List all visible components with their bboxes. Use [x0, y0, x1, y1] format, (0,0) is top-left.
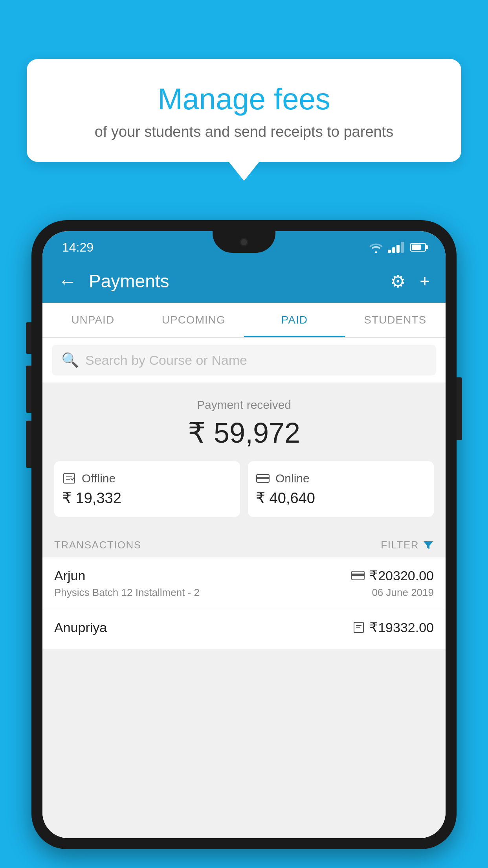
- app-bar-title: Payments: [89, 270, 390, 292]
- search-input-wrapper[interactable]: 🔍 Search by Course or Name: [52, 345, 436, 375]
- speech-bubble-title: Manage fees: [46, 83, 442, 116]
- transaction-course: Physics Batch 12 Installment - 2: [54, 587, 200, 599]
- signal-bars-icon: [388, 242, 404, 253]
- offline-amount: ₹ 19,332: [62, 489, 232, 507]
- table-row[interactable]: Anupriya ₹19332.00: [42, 609, 446, 649]
- phone-button-left2: [26, 366, 31, 413]
- phone-button-left1: [26, 322, 31, 354]
- battery-icon: [410, 243, 426, 252]
- speech-bubble: Manage fees of your students and send re…: [27, 59, 461, 162]
- svg-rect-4: [257, 477, 269, 479]
- content-area: 🔍 Search by Course or Name Payment recei…: [42, 338, 446, 838]
- online-icon: [256, 471, 270, 485]
- svg-rect-7: [352, 574, 364, 576]
- online-label: Online: [275, 472, 310, 485]
- offline-card-header: Offline: [62, 471, 232, 485]
- tab-students[interactable]: STUDENTS: [345, 303, 446, 337]
- payment-total-amount: ₹ 59,972: [54, 416, 434, 449]
- transaction-name: Arjun: [54, 568, 85, 583]
- camera-dot: [240, 238, 248, 246]
- phone-button-right: [457, 377, 462, 440]
- transaction-amount: ₹19332.00: [369, 620, 434, 635]
- status-time: 14:29: [62, 240, 94, 255]
- transaction-amount-wrapper: ₹20320.00: [351, 568, 434, 583]
- tab-upcoming[interactable]: UPCOMING: [143, 303, 244, 337]
- transactions-label: TRANSACTIONS: [54, 539, 141, 551]
- back-button[interactable]: ←: [58, 270, 77, 292]
- app-bar-actions: ⚙ +: [390, 271, 430, 291]
- search-container: 🔍 Search by Course or Name: [42, 338, 446, 383]
- transaction-top: Anupriya ₹19332.00: [54, 620, 434, 635]
- search-placeholder: Search by Course or Name: [85, 353, 247, 368]
- table-row[interactable]: Arjun ₹20320.00 Physics Batch 12 Install…: [42, 557, 446, 609]
- filter-icon: [423, 540, 434, 551]
- phone-button-left3: [26, 421, 31, 468]
- svg-marker-5: [424, 541, 433, 549]
- payment-cards: Offline ₹ 19,332 Online: [54, 461, 434, 517]
- transaction-type-icon: [351, 570, 365, 581]
- online-card: Online ₹ 40,640: [248, 461, 434, 517]
- phone-notch: [213, 231, 275, 253]
- offline-icon: [62, 471, 76, 485]
- transaction-top: Arjun ₹20320.00: [54, 568, 434, 583]
- filter-button[interactable]: FILTER: [381, 539, 434, 551]
- transaction-type-icon: [353, 622, 365, 633]
- transaction-date: 06 June 2019: [372, 587, 434, 599]
- offline-label: Offline: [82, 472, 116, 485]
- tab-unpaid[interactable]: UNPAID: [42, 303, 143, 337]
- transactions-header: TRANSACTIONS FILTER: [42, 529, 446, 557]
- transaction-bottom: Physics Batch 12 Installment - 2 06 June…: [54, 587, 434, 599]
- tabs: UNPAID UPCOMING PAID STUDENTS: [42, 303, 446, 338]
- filter-label: FILTER: [381, 539, 419, 551]
- wifi-icon: [369, 242, 383, 253]
- phone-screen: 14:29: [42, 231, 446, 838]
- phone-mockup: 14:29: [31, 220, 457, 868]
- transaction-amount: ₹20320.00: [369, 568, 434, 583]
- status-icons: [369, 242, 426, 253]
- phone-frame: 14:29: [31, 220, 457, 849]
- tab-paid[interactable]: PAID: [244, 303, 345, 337]
- payment-received-label: Payment received: [54, 398, 434, 412]
- settings-icon[interactable]: ⚙: [390, 271, 405, 291]
- online-amount: ₹ 40,640: [256, 489, 426, 507]
- offline-card: Offline ₹ 19,332: [54, 461, 240, 517]
- search-icon: 🔍: [61, 352, 79, 368]
- speech-bubble-subtitle: of your students and send receipts to pa…: [46, 123, 442, 140]
- add-icon[interactable]: +: [420, 271, 430, 291]
- app-bar: ← Payments ⚙ +: [42, 259, 446, 303]
- transaction-name: Anupriya: [54, 620, 107, 635]
- payment-summary: Payment received ₹ 59,972: [42, 383, 446, 529]
- transaction-amount-wrapper: ₹19332.00: [353, 620, 434, 635]
- online-card-header: Online: [256, 471, 426, 485]
